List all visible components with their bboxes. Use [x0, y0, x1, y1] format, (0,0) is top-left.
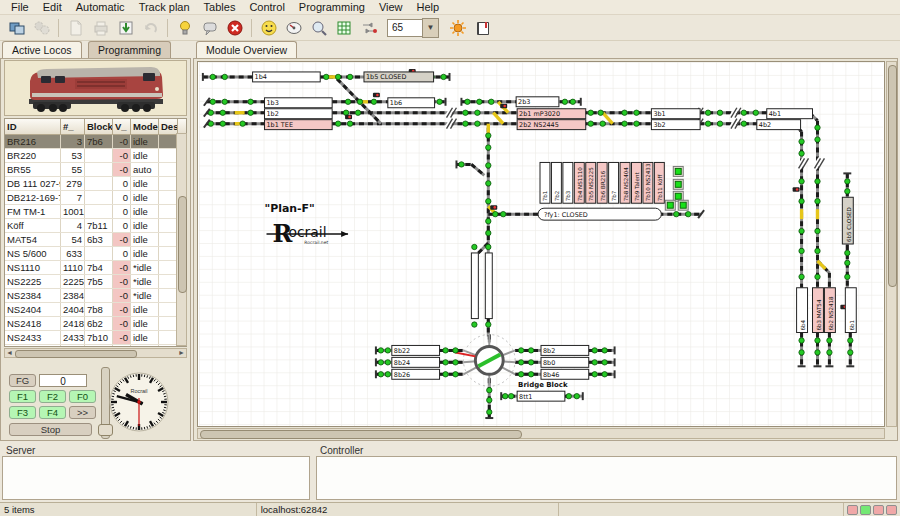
trackplan-canvas[interactable]: 1b41b5 CLOSED1b31b61b21b1 TEE2b32b1 mP30…	[197, 61, 885, 427]
sensor[interactable]	[355, 110, 360, 115]
sensor[interactable]	[443, 348, 448, 353]
sensor[interactable]	[463, 110, 468, 115]
sensor[interactable]	[453, 372, 458, 377]
sensor[interactable]	[518, 348, 523, 353]
plan-hscrollbar[interactable]	[197, 428, 885, 439]
sensor[interactable]	[335, 74, 340, 79]
sensor[interactable]	[487, 388, 492, 393]
sensor[interactable]	[508, 393, 513, 398]
sensor[interactable]	[602, 372, 607, 377]
more-functions-button[interactable]: >>	[69, 406, 96, 419]
sensor[interactable]	[848, 350, 853, 355]
menu-view[interactable]: View	[372, 0, 410, 14]
sensor[interactable]	[799, 228, 804, 233]
sensor[interactable]	[443, 372, 448, 377]
sensor[interactable]	[486, 218, 491, 223]
sensor[interactable]	[486, 244, 491, 249]
sensor[interactable]	[477, 99, 482, 104]
sensor[interactable]	[486, 133, 491, 138]
sensor[interactable]	[443, 360, 448, 365]
loco-row-br216[interactable]: BR21637b6-0idle	[5, 135, 186, 149]
f0-button[interactable]: F0	[69, 390, 96, 403]
menu-track-plan[interactable]: Track plan	[132, 0, 197, 14]
sensor[interactable]	[799, 248, 804, 253]
sensor[interactable]	[248, 99, 253, 104]
sensor[interactable]	[622, 121, 627, 126]
log-button[interactable]	[471, 16, 494, 39]
sensor[interactable]	[487, 397, 492, 402]
sensor[interactable]	[378, 360, 383, 365]
sensor[interactable]	[475, 110, 480, 115]
f3-button[interactable]: F3	[9, 406, 36, 419]
col-block[interactable]: Block	[85, 119, 113, 134]
sensor[interactable]	[486, 199, 491, 204]
tables-button[interactable]	[332, 16, 355, 39]
sensor[interactable]	[598, 110, 603, 115]
tab-module-overview[interactable]: Module Overview	[196, 41, 297, 59]
loco-row-db2121697[interactable]: DB212-169-770idle	[5, 191, 186, 205]
sensor[interactable]	[592, 360, 597, 365]
sensor[interactable]	[634, 110, 639, 115]
loco-row-ns2384[interactable]: NS23842384-0*idle	[5, 289, 186, 303]
sensor[interactable]	[437, 99, 442, 104]
router-button[interactable]	[357, 16, 380, 39]
sensor[interactable]	[486, 230, 491, 235]
sensor[interactable]	[799, 338, 804, 343]
sensor[interactable]	[518, 360, 523, 365]
sensor[interactable]	[240, 121, 245, 126]
sensor[interactable]	[465, 99, 470, 104]
loco-row-ns2445[interactable]: NS244524452b20idle	[5, 345, 186, 347]
zoom-combo[interactable]: 65▼	[387, 18, 439, 38]
loco-row-fmtm1[interactable]: FM TM-110010idle	[5, 205, 186, 219]
stop-button[interactable]	[223, 16, 246, 39]
workspace-button[interactable]	[5, 16, 28, 39]
sensor[interactable]	[848, 338, 853, 343]
sensor[interactable]	[335, 121, 340, 126]
sensor[interactable]	[343, 110, 348, 115]
sensor[interactable]	[378, 348, 383, 353]
gears-button[interactable]	[30, 16, 53, 39]
power-lamp-button[interactable]	[173, 16, 196, 39]
sensor[interactable]	[602, 348, 607, 353]
sensor[interactable]	[741, 110, 746, 115]
loco-table[interactable]: ID#_BlockV_ModeDestiBR21637b6-0idleBR220…	[4, 118, 187, 347]
sensor[interactable]	[463, 121, 468, 126]
sensor[interactable]	[518, 372, 523, 377]
sensor[interactable]	[588, 110, 593, 115]
sensor[interactable]	[705, 121, 710, 126]
sensor[interactable]	[815, 338, 820, 343]
sensor[interactable]	[486, 322, 491, 327]
sensor[interactable]	[210, 74, 215, 79]
loco-row-ns1110[interactable]: NS111011107b4-0*idle	[5, 261, 186, 275]
speed-value-field[interactable]: 0	[39, 374, 87, 387]
sensor[interactable]	[815, 274, 820, 279]
loco-row-ns2225[interactable]: NS222522257b5-0*idle	[5, 275, 186, 289]
menu-file[interactable]: File	[4, 0, 36, 14]
save-button[interactable]	[114, 16, 137, 39]
sensor[interactable]	[799, 350, 804, 355]
zoom-dropdown-button[interactable]: ▼	[422, 18, 439, 38]
query-button[interactable]	[198, 16, 221, 39]
sensor[interactable]	[827, 338, 832, 343]
sensor[interactable]	[592, 348, 597, 353]
block-hidden2[interactable]	[485, 253, 492, 319]
sensor[interactable]	[815, 137, 820, 142]
sensor[interactable]	[528, 348, 533, 353]
sensor[interactable]	[717, 121, 722, 126]
plan-vscrollbar[interactable]	[886, 61, 897, 427]
scroll-left-arrow[interactable]: ◄	[5, 349, 14, 357]
sensor[interactable]	[753, 110, 758, 115]
menu-automatic[interactable]: Automatic	[69, 0, 132, 14]
smiley-button[interactable]	[257, 16, 280, 39]
col-id[interactable]: ID	[5, 119, 61, 134]
menu-tables[interactable]: Tables	[197, 0, 243, 14]
sensor[interactable]	[815, 199, 820, 204]
loco-row-ns2418[interactable]: NS241824186b2-0idle	[5, 317, 186, 331]
f2-button[interactable]: F2	[39, 390, 66, 403]
menu-help[interactable]: Help	[410, 0, 447, 14]
sensor[interactable]	[588, 121, 593, 126]
sensor[interactable]	[717, 110, 722, 115]
f4-button[interactable]: F4	[39, 406, 66, 419]
sensor[interactable]	[686, 211, 691, 216]
sensor[interactable]	[493, 211, 498, 216]
